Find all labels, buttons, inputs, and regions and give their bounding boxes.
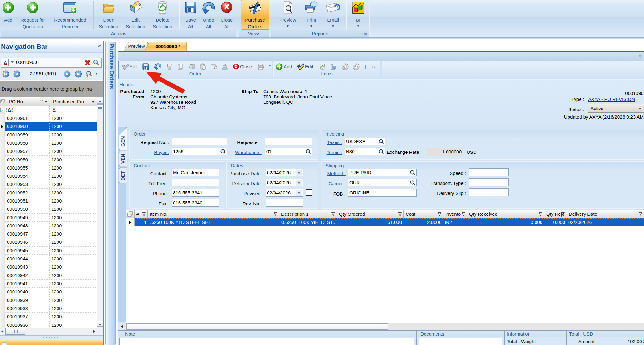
svg-text:00010960 *: 00010960 * — [155, 44, 180, 49]
svg-text:Preview: Preview — [128, 43, 145, 49]
svg-text:VEN: VEN — [120, 154, 125, 164]
